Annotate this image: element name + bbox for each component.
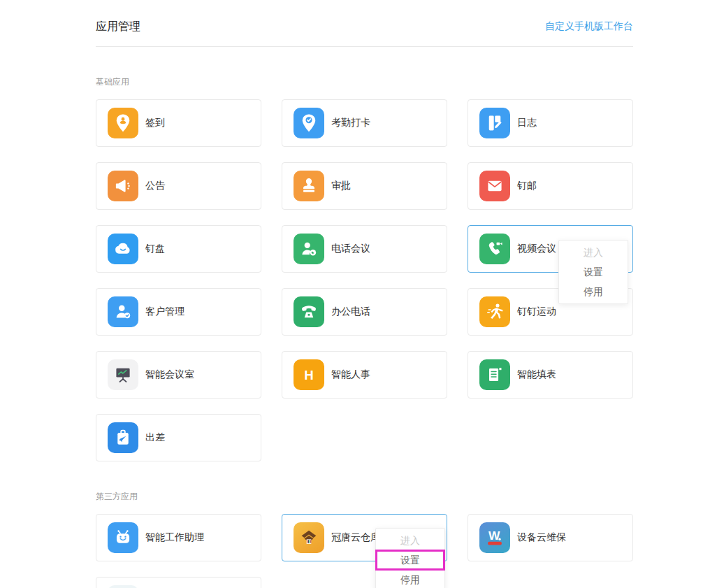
person-phone-icon	[294, 234, 324, 264]
section-label: 第三方应用	[96, 492, 633, 501]
menu-item-disable[interactable]: 停用	[376, 570, 444, 588]
app-card-equipment-cloud-maintenance[interactable]: W设备云维保	[468, 514, 633, 561]
app-grid: 智能工作助理冠唐云仓库W设备云维保	[96, 514, 633, 588]
app-label: 智能填表	[517, 368, 556, 381]
app-label: 智能会议室	[145, 368, 194, 381]
letter-h-icon: H	[294, 359, 324, 390]
form-doc-icon	[479, 359, 510, 390]
telephone-icon	[294, 296, 324, 327]
section-label: 基础应用	[96, 77, 633, 87]
envelope-icon	[479, 171, 510, 201]
app-label: 冠唐云仓库	[331, 531, 380, 544]
megaphone-icon	[108, 171, 138, 201]
app-card-announcement[interactable]: 公告	[96, 162, 261, 210]
app-card-log[interactable]: 日志	[468, 99, 633, 147]
app-card-approval[interactable]: 审批	[282, 162, 447, 210]
app-card-partial-app[interactable]	[96, 577, 261, 588]
partial-app-icon	[108, 585, 138, 588]
context-menu-warehouse-menu: 进入设置停用	[375, 528, 445, 588]
app-label: 办公电话	[331, 306, 370, 318]
app-label: 钉邮	[517, 180, 537, 192]
app-card-smart-hr[interactable]: H智能人事	[282, 351, 447, 399]
section-third-party-apps: 第三方应用智能工作助理冠唐云仓库W设备云维保	[96, 492, 633, 588]
app-label: 日志	[517, 117, 537, 129]
page-header: 应用管理 自定义手机版工作台	[96, 0, 633, 47]
w-maintenance-icon: W	[479, 522, 510, 553]
sections-container: 基础应用签到考勤打卡日志公告审批钉邮钉盘电话会议视频会议客户管理办公电话钉钉运动…	[96, 77, 633, 588]
menu-item-disable[interactable]: 停用	[559, 282, 628, 301]
meeting-board-icon	[108, 359, 138, 390]
video-call-icon	[479, 234, 510, 264]
app-management-page: 应用管理 自定义手机版工作台 基础应用签到考勤打卡日志公告审批钉邮钉盘电话会议视…	[96, 0, 633, 588]
cloud-icon	[108, 234, 138, 264]
customize-mobile-workbench-link[interactable]: 自定义手机版工作台	[545, 20, 633, 33]
app-card-business-trip[interactable]: 出差	[96, 414, 261, 461]
page-title: 应用管理	[96, 20, 140, 34]
app-label: 钉钉运动	[517, 306, 556, 318]
app-label: 智能人事	[331, 368, 370, 381]
app-card-customer-management[interactable]: 客户管理	[96, 288, 261, 336]
app-card-office-phone[interactable]: 办公电话	[282, 288, 447, 336]
suitcase-plane-icon	[108, 422, 138, 453]
app-label: 签到	[145, 117, 165, 129]
app-card-phone-conference[interactable]: 电话会议	[282, 225, 447, 273]
app-label: 电话会议	[331, 243, 370, 255]
menu-item-enter: 进入	[559, 243, 628, 262]
app-label: 客户管理	[145, 306, 184, 318]
stamp-icon	[294, 171, 324, 201]
app-label: 钉盘	[145, 243, 165, 255]
app-label: 智能工作助理	[145, 531, 204, 544]
app-card-ding-mail[interactable]: 钉邮	[468, 162, 633, 210]
app-label: 视频会议	[517, 243, 556, 255]
app-card-smart-meeting-room[interactable]: 智能会议室	[96, 351, 261, 399]
menu-item-enter: 进入	[376, 531, 444, 550]
robot-icon	[108, 522, 138, 553]
checkin-pin-icon	[108, 108, 138, 138]
person-check-icon	[108, 296, 138, 327]
context-menu-video-menu: 进入设置停用	[558, 240, 628, 304]
svg-text:W: W	[488, 529, 500, 543]
app-label: 公告	[145, 180, 165, 192]
app-label: 考勤打卡	[331, 117, 370, 129]
warehouse-icon	[294, 522, 324, 553]
app-card-smart-form[interactable]: 智能填表	[468, 351, 633, 399]
app-label: 出差	[145, 431, 165, 444]
app-card-ding-drive[interactable]: 钉盘	[96, 225, 261, 273]
section-basic-apps: 基础应用签到考勤打卡日志公告审批钉邮钉盘电话会议视频会议客户管理办公电话钉钉运动…	[96, 77, 633, 461]
menu-item-settings[interactable]: 设置	[559, 262, 628, 282]
svg-text:H: H	[304, 368, 313, 382]
app-card-checkin[interactable]: 签到	[96, 99, 261, 147]
runner-icon	[479, 296, 510, 327]
attendance-pin-icon	[294, 108, 324, 138]
app-label: 审批	[331, 180, 351, 192]
app-label: 设备云维保	[517, 531, 566, 544]
app-grid: 签到考勤打卡日志公告审批钉邮钉盘电话会议视频会议客户管理办公电话钉钉运动智能会议…	[96, 99, 633, 461]
app-card-smart-work-assistant[interactable]: 智能工作助理	[96, 514, 261, 561]
menu-item-settings[interactable]: 设置	[376, 550, 444, 570]
journal-icon	[479, 108, 510, 138]
app-card-attendance[interactable]: 考勤打卡	[282, 99, 447, 147]
